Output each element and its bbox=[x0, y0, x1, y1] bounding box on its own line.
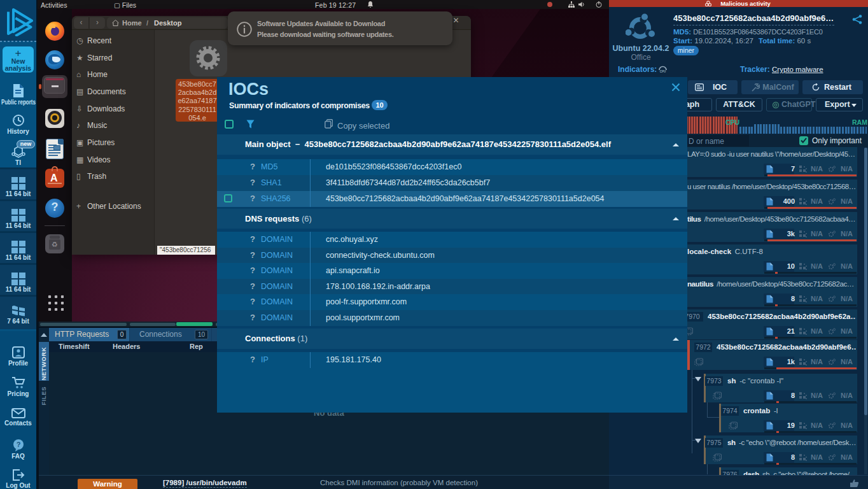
svg-text:?: ? bbox=[16, 441, 20, 448]
svg-text:CPU: CPU bbox=[660, 70, 666, 73]
